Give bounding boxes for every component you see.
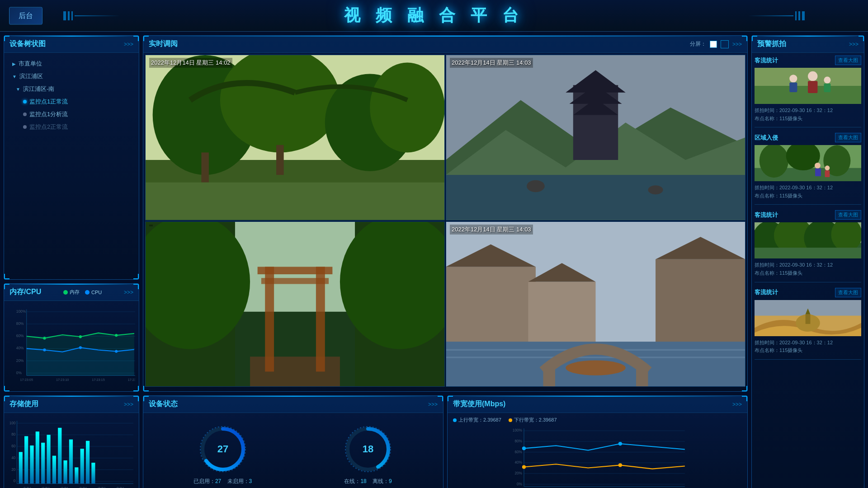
status-dot-offline bbox=[23, 125, 27, 129]
alert-info-3: 抓拍时间：2022-09-30 16：32：12 布点名称：115摄像头 bbox=[755, 261, 861, 277]
svg-rect-143 bbox=[824, 84, 830, 92]
bw-dot-up bbox=[453, 418, 457, 422]
alert-time-1: 抓拍时间：2022-09-30 16：32：12 bbox=[755, 107, 861, 115]
alert-item-4: 客流统计 查看大图 bbox=[755, 288, 861, 360]
bw-dot-down bbox=[509, 418, 512, 422]
legend-cpu: CPU bbox=[85, 289, 102, 296]
svg-text:40%: 40% bbox=[16, 346, 24, 351]
alert-img-3 bbox=[755, 222, 861, 258]
tree-item-district[interactable]: ▼ 滨江浦区 bbox=[9, 70, 134, 83]
video-timestamp-4: 2022年12月14日 星期三 14:03 bbox=[450, 225, 533, 235]
svg-text:27: 27 bbox=[217, 443, 228, 455]
header: 后台 视 频 融 合 平 台 bbox=[0, 0, 868, 32]
tree-item-monitor1[interactable]: 监控点1正常流 bbox=[9, 95, 134, 108]
device-tree-more[interactable]: >>> bbox=[124, 41, 133, 47]
svg-text:18: 18 bbox=[363, 443, 373, 455]
video-more[interactable]: >>> bbox=[732, 41, 742, 47]
device-status-more[interactable]: >>> bbox=[428, 401, 438, 408]
legend-mem: 内存 bbox=[63, 289, 80, 296]
alert-item-2: 区域入侵 查看大图 bbox=[755, 133, 861, 205]
alert-view-btn-1[interactable]: 查看大图 bbox=[835, 56, 861, 65]
tree-item-monitor2[interactable]: 监控点1分析流 bbox=[9, 108, 134, 121]
video-cell-2[interactable]: 2022年12月14日 星期三 14:03 bbox=[446, 55, 745, 221]
gauge-2-label: 在线：18 离线：9 bbox=[344, 478, 392, 485]
alert-info-4: 抓拍时间：2022-09-30 16：32：12 布点名称：115摄像头 bbox=[755, 339, 861, 355]
mem-cpu-more[interactable]: >>> bbox=[124, 289, 133, 296]
alert-info-1: 抓拍时间：2022-09-30 16：32：12 布点名称：115摄像头 bbox=[755, 107, 861, 122]
video-scene-4 bbox=[446, 222, 745, 387]
svg-rect-101 bbox=[543, 364, 556, 386]
svg-point-103 bbox=[566, 360, 626, 375]
svg-text:100: 100 bbox=[9, 421, 16, 425]
split-1x1-button[interactable] bbox=[710, 41, 717, 48]
alert-info-2: 抓拍时间：2022-09-30 16：32：12 布点名称：115摄像头 bbox=[755, 184, 861, 200]
alert-img-1 bbox=[755, 68, 861, 104]
svg-text:内存1: 内存1 bbox=[116, 486, 124, 488]
online-label: 在线： bbox=[344, 478, 360, 484]
tree-arrow: ▶ bbox=[12, 61, 16, 66]
tree-arrow: ▼ bbox=[16, 87, 20, 92]
device-tree-title: 设备树状图 bbox=[9, 39, 46, 49]
svg-point-129 bbox=[618, 463, 622, 467]
svg-rect-43 bbox=[36, 432, 39, 483]
alert-view-btn-3[interactable]: 查看大图 bbox=[835, 210, 861, 220]
svg-point-127 bbox=[618, 442, 622, 446]
svg-point-78 bbox=[527, 180, 545, 192]
device-status-title: 设备状态 bbox=[149, 399, 178, 409]
svg-point-17 bbox=[79, 335, 82, 338]
alert-view-btn-2[interactable]: 查看大图 bbox=[835, 133, 861, 142]
alert-more[interactable]: >>> bbox=[849, 41, 859, 47]
main-content: 设备树状图 >>> ▶ 市直单位 ▼ 滨江浦区 ▼ 滨江浦区-南 监 bbox=[0, 32, 868, 488]
bw-label-up: 上行带宽：2.39687 bbox=[458, 417, 501, 423]
unstarted-label: 未启用： bbox=[227, 478, 249, 484]
bandwidth-header: 带宽使用(Mbps) >>> bbox=[448, 396, 747, 413]
video-scene-3 bbox=[146, 222, 444, 387]
svg-rect-41 bbox=[24, 436, 28, 483]
gauge-1: 27 bbox=[198, 424, 248, 474]
right-column: 预警抓拍 >>> 客流统计 查看大图 bbox=[751, 35, 864, 488]
alert-thumb-1 bbox=[755, 68, 861, 104]
video-title: 实时调阅 bbox=[149, 39, 178, 49]
status-dot-online bbox=[23, 100, 27, 103]
alert-view-btn-4[interactable]: 查看大图 bbox=[835, 288, 861, 297]
alert-item-1-header: 客流统计 查看大图 bbox=[755, 56, 861, 65]
svg-text:内存1: 内存1 bbox=[61, 486, 69, 488]
video-controls: 分屏： >>> bbox=[690, 40, 742, 48]
svg-rect-51 bbox=[80, 449, 84, 483]
storage-more[interactable]: >>> bbox=[124, 401, 133, 408]
video-cell-1[interactable]: 2022年12月14日 星期三 14:02 bbox=[145, 55, 445, 221]
svg-text:内存1: 内存1 bbox=[42, 486, 50, 488]
device-tree-panel: 设备树状图 >>> ▶ 市直单位 ▼ 滨江浦区 ▼ 滨江浦区-南 监 bbox=[4, 35, 139, 280]
header-deco-left bbox=[63, 11, 120, 20]
started-label: 已启用： bbox=[193, 478, 215, 484]
alert-item-4-header: 客流统计 查看大图 bbox=[755, 288, 861, 297]
offline-label: 离线： bbox=[373, 478, 389, 484]
svg-marker-15 bbox=[27, 347, 134, 375]
svg-text:80%: 80% bbox=[16, 321, 24, 326]
video-scene-2 bbox=[446, 55, 745, 220]
svg-rect-67 bbox=[201, 152, 209, 182]
svg-point-146 bbox=[760, 145, 788, 178]
video-cell-3[interactable] bbox=[145, 221, 445, 387]
alert-panel: 预警抓拍 >>> 客流统计 查看大图 bbox=[751, 35, 864, 488]
tree-item-subdistrict[interactable]: ▼ 滨江浦区-南 bbox=[9, 83, 134, 95]
alert-time-2: 抓拍时间：2022-09-30 16：32：12 bbox=[755, 184, 861, 192]
split-2x2-button[interactable] bbox=[721, 40, 729, 48]
video-cell-4[interactable]: 2022年12月14日 星期三 14:03 bbox=[446, 221, 745, 387]
back-button[interactable]: 后台 bbox=[9, 7, 42, 24]
storage-chart-area: 100 80 60 40 20 0 bbox=[4, 413, 139, 488]
alert-header: 预警抓拍 >>> bbox=[752, 36, 864, 53]
svg-point-140 bbox=[808, 71, 817, 81]
device-status-content: 27 已启用：27 未启用：3 bbox=[143, 413, 443, 488]
svg-rect-50 bbox=[75, 467, 78, 483]
mem-cpu-header: 内存/CPU 内存 CPU >>> bbox=[4, 284, 139, 301]
alert-time-3: 抓拍时间：2022-09-30 16：32：12 bbox=[755, 261, 861, 269]
svg-text:100%: 100% bbox=[16, 309, 26, 314]
tree-item-monitor3[interactable]: 监控点2正常流 bbox=[9, 121, 134, 133]
svg-rect-69 bbox=[146, 183, 444, 220]
video-timestamp-3 bbox=[149, 225, 153, 226]
alert-item-3-header: 客流统计 查看大图 bbox=[755, 210, 861, 220]
bandwidth-more[interactable]: >>> bbox=[732, 401, 742, 408]
tree-item-city[interactable]: ▶ 市直单位 bbox=[9, 57, 134, 70]
alert-title: 预警抓拍 bbox=[757, 39, 786, 49]
